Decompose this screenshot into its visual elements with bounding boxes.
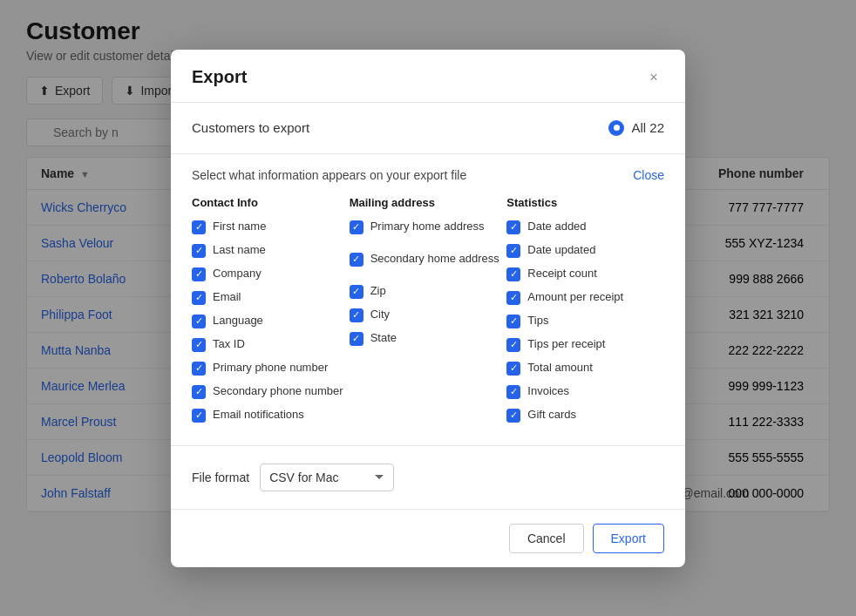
cb-primary-phone[interactable]	[192, 362, 206, 376]
checkbox-primary-home: Primary home address	[350, 220, 507, 234]
checkbox-secondary-phone: Secondary phone number	[192, 384, 350, 399]
checkbox-secondary-home: Secondary home address	[350, 252, 507, 267]
label-tax-id: Tax ID	[213, 337, 245, 352]
file-format-label: File format	[192, 470, 249, 484]
cb-company[interactable]	[192, 267, 206, 281]
statistics-title: Statistics	[506, 196, 664, 209]
checkbox-date-added: Date added	[506, 220, 664, 234]
checkbox-tips-per-receipt: Tips per receipt	[506, 337, 664, 352]
close-button[interactable]: ×	[643, 67, 664, 88]
cb-amount-per-receipt[interactable]	[506, 291, 520, 305]
cb-email[interactable]	[192, 291, 206, 305]
section-description: Select what information appears on your …	[192, 168, 466, 182]
checkbox-email: Email	[192, 290, 350, 305]
label-receipt-count: Receipt count	[527, 267, 597, 281]
checkbox-company: Company	[192, 267, 350, 281]
label-date-added: Date added	[527, 220, 586, 234]
checkbox-tips: Tips	[506, 314, 664, 328]
contact-info-title: Contact Info	[192, 196, 350, 209]
file-format-select[interactable]: CSV for Mac CSV for Windows Excel	[260, 464, 394, 491]
cb-date-updated[interactable]	[506, 244, 520, 258]
customers-to-export-label: Customers to export	[192, 120, 309, 135]
export-modal: Export × Customers to export All 22 Sele…	[171, 50, 685, 567]
radio-all[interactable]	[608, 120, 624, 136]
label-email: Email	[213, 290, 241, 305]
label-invoices: Invoices	[527, 384, 569, 399]
statistics-column: Statistics Date added Date updated Recei…	[506, 196, 664, 431]
cb-tax-id[interactable]	[192, 338, 206, 352]
modal-title: Export	[192, 67, 247, 87]
cb-primary-home[interactable]	[350, 220, 363, 234]
mailing-address-column: Mailing address Primary home address Sec…	[350, 196, 507, 431]
cb-secondary-home[interactable]	[350, 253, 363, 267]
checkbox-email-notifications: Email notifications	[192, 408, 350, 423]
checkbox-gift-cards: Gift cards	[506, 408, 664, 423]
label-total-amount: Total amount	[527, 361, 592, 376]
export-button-modal[interactable]: Export	[593, 524, 664, 553]
label-email-notifications: Email notifications	[213, 408, 304, 423]
checkbox-state: State	[350, 331, 507, 346]
label-primary-phone: Primary phone number	[213, 361, 328, 376]
checkbox-zip: Zip	[350, 284, 507, 299]
label-amount-per-receipt: Amount per receipt	[527, 290, 623, 305]
checkbox-invoices: Invoices	[506, 384, 664, 399]
label-gift-cards: Gift cards	[527, 408, 576, 423]
modal-footer: Cancel Export	[171, 509, 685, 567]
checkbox-receipt-count: Receipt count	[506, 267, 664, 281]
label-date-updated: Date updated	[527, 243, 595, 258]
checkbox-primary-phone: Primary phone number	[192, 361, 350, 376]
export-count-row: Customers to export All 22	[192, 120, 664, 136]
cb-date-added[interactable]	[506, 220, 520, 234]
cb-language[interactable]	[192, 315, 206, 328]
section-header-row: Select what information appears on your …	[192, 168, 664, 182]
export-count-value: All 22	[608, 120, 664, 136]
checkbox-first-name: First name	[192, 220, 350, 234]
contact-info-column: Contact Info First name Last name Compan…	[192, 196, 350, 431]
modal-header: Export ×	[171, 50, 685, 103]
checkbox-last-name: Last name	[192, 243, 350, 258]
label-company: Company	[213, 267, 262, 281]
checkbox-tax-id: Tax ID	[192, 337, 350, 352]
checkbox-total-amount: Total amount	[506, 361, 664, 376]
cb-receipt-count[interactable]	[506, 267, 520, 281]
columns-grid: Contact Info First name Last name Compan…	[192, 196, 664, 431]
cancel-button[interactable]: Cancel	[509, 524, 584, 553]
checkbox-date-updated: Date updated	[506, 243, 664, 258]
cb-total-amount[interactable]	[506, 362, 520, 376]
cb-secondary-phone[interactable]	[192, 385, 206, 399]
label-secondary-phone: Secondary phone number	[213, 384, 343, 399]
label-language: Language	[213, 314, 263, 328]
label-last-name: Last name	[213, 243, 266, 258]
cb-state[interactable]	[350, 332, 363, 346]
label-zip: Zip	[370, 284, 386, 299]
label-first-name: First name	[213, 220, 266, 234]
mailing-address-title: Mailing address	[350, 196, 507, 209]
cb-invoices[interactable]	[506, 385, 520, 399]
label-secondary-home: Secondary home address	[370, 252, 499, 267]
cb-zip[interactable]	[350, 285, 363, 299]
cb-last-name[interactable]	[192, 244, 206, 258]
cb-first-name[interactable]	[192, 220, 206, 234]
checkbox-amount-per-receipt: Amount per receipt	[506, 290, 664, 305]
checkbox-city: City	[350, 308, 507, 322]
cb-gift-cards[interactable]	[506, 409, 520, 423]
file-format-row: File format CSV for Mac CSV for Windows …	[192, 464, 664, 491]
label-primary-home: Primary home address	[370, 220, 485, 234]
cb-tips-per-receipt[interactable]	[506, 338, 520, 352]
all-count-label: All 22	[631, 120, 664, 135]
close-link[interactable]: Close	[633, 168, 664, 182]
label-state: State	[370, 331, 397, 346]
label-tips-per-receipt: Tips per receipt	[527, 337, 605, 352]
modal-overlay: Export × Customers to export All 22 Sele…	[0, 0, 856, 616]
cb-tips[interactable]	[506, 315, 520, 328]
divider-1	[171, 153, 685, 154]
cb-email-notifications[interactable]	[192, 409, 206, 423]
cb-city[interactable]	[350, 308, 363, 322]
label-city: City	[370, 308, 390, 322]
label-tips: Tips	[527, 314, 548, 328]
modal-body: Customers to export All 22 Select what i…	[171, 103, 685, 509]
checkbox-language: Language	[192, 314, 350, 328]
